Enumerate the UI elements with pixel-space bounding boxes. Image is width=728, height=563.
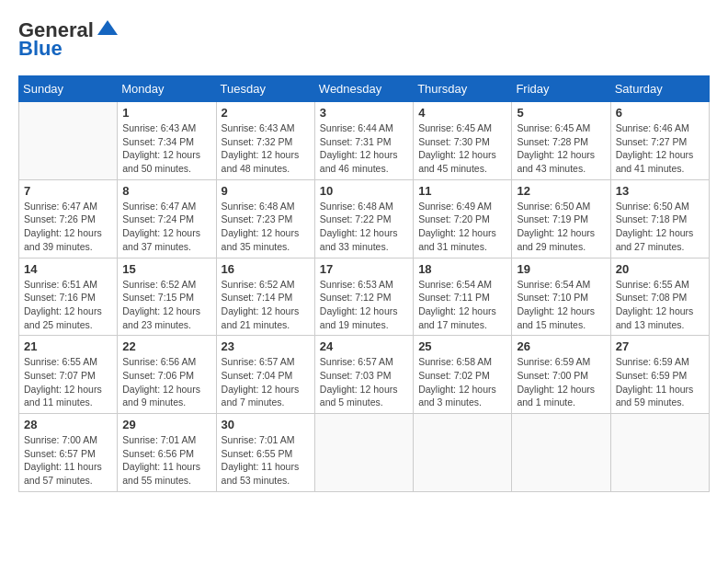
day-info: Sunrise: 6:47 AM Sunset: 7:26 PM Dayligh…: [24, 200, 112, 254]
day-number: 19: [517, 262, 605, 276]
calendar-cell: 25Sunrise: 6:58 AM Sunset: 7:02 PM Dayli…: [414, 336, 512, 414]
day-info: Sunrise: 6:56 AM Sunset: 7:06 PM Dayligh…: [122, 355, 210, 409]
day-info: Sunrise: 6:59 AM Sunset: 6:59 PM Dayligh…: [616, 355, 704, 409]
day-info: Sunrise: 6:59 AM Sunset: 7:00 PM Dayligh…: [517, 355, 605, 409]
weekday-header-saturday: Saturday: [610, 76, 709, 102]
day-number: 28: [24, 418, 112, 431]
calendar-cell: 2Sunrise: 6:43 AM Sunset: 7:32 PM Daylig…: [216, 102, 314, 180]
calendar-cell: 13Sunrise: 6:50 AM Sunset: 7:18 PM Dayli…: [610, 179, 709, 258]
weekday-header-thursday: Thursday: [414, 76, 512, 102]
calendar-cell: 4Sunrise: 6:45 AM Sunset: 7:30 PM Daylig…: [414, 102, 512, 180]
calendar-cell: [512, 414, 610, 492]
day-info: Sunrise: 6:57 AM Sunset: 7:03 PM Dayligh…: [320, 355, 408, 409]
weekday-header-sunday: Sunday: [19, 76, 118, 102]
calendar-cell: 3Sunrise: 6:44 AM Sunset: 7:31 PM Daylig…: [314, 102, 413, 180]
day-number: 17: [320, 262, 408, 276]
day-info: Sunrise: 6:48 AM Sunset: 7:22 PM Dayligh…: [320, 200, 408, 254]
day-number: 11: [418, 184, 506, 198]
day-info: Sunrise: 6:53 AM Sunset: 7:12 PM Dayligh…: [320, 278, 408, 332]
calendar-cell: 24Sunrise: 6:57 AM Sunset: 7:03 PM Dayli…: [314, 336, 413, 414]
calendar-cell: 22Sunrise: 6:56 AM Sunset: 7:06 PM Dayli…: [118, 336, 216, 414]
logo-blue: Blue: [18, 37, 63, 61]
calendar-cell: 29Sunrise: 7:01 AM Sunset: 6:56 PM Dayli…: [118, 414, 216, 492]
day-info: Sunrise: 6:54 AM Sunset: 7:11 PM Dayligh…: [418, 278, 506, 332]
day-info: Sunrise: 6:45 AM Sunset: 7:28 PM Dayligh…: [517, 121, 605, 176]
day-number: 15: [122, 262, 210, 276]
day-info: Sunrise: 6:57 AM Sunset: 7:04 PM Dayligh…: [222, 355, 310, 409]
calendar-cell: 6Sunrise: 6:46 AM Sunset: 7:27 PM Daylig…: [610, 102, 709, 180]
calendar-cell: 18Sunrise: 6:54 AM Sunset: 7:11 PM Dayli…: [414, 258, 512, 336]
calendar-cell: 11Sunrise: 6:49 AM Sunset: 7:20 PM Dayli…: [414, 179, 512, 258]
calendar-cell: 28Sunrise: 7:00 AM Sunset: 6:57 PM Dayli…: [19, 414, 118, 492]
day-number: 25: [418, 339, 506, 353]
calendar-cell: 1Sunrise: 6:43 AM Sunset: 7:34 PM Daylig…: [118, 102, 216, 180]
calendar: SundayMondayTuesdayWednesdayThursdayFrid…: [18, 75, 710, 492]
weekday-header-monday: Monday: [118, 76, 216, 102]
day-number: 22: [122, 339, 210, 353]
calendar-cell: [314, 414, 413, 492]
calendar-cell: 5Sunrise: 6:45 AM Sunset: 7:28 PM Daylig…: [512, 102, 610, 180]
calendar-cell: 16Sunrise: 6:52 AM Sunset: 7:14 PM Dayli…: [216, 258, 314, 336]
calendar-cell: 17Sunrise: 6:53 AM Sunset: 7:12 PM Dayli…: [314, 258, 413, 336]
weekday-header-friday: Friday: [512, 76, 610, 102]
day-info: Sunrise: 6:54 AM Sunset: 7:10 PM Dayligh…: [517, 278, 605, 332]
calendar-cell: 10Sunrise: 6:48 AM Sunset: 7:22 PM Dayli…: [314, 179, 413, 258]
day-number: 27: [616, 339, 704, 353]
day-number: 12: [517, 184, 605, 198]
day-number: 13: [616, 184, 704, 198]
day-info: Sunrise: 7:00 AM Sunset: 6:57 PM Dayligh…: [24, 433, 112, 488]
day-info: Sunrise: 6:45 AM Sunset: 7:30 PM Dayligh…: [418, 121, 506, 176]
day-number: 20: [616, 262, 704, 276]
weekday-header-wednesday: Wednesday: [314, 76, 413, 102]
day-info: Sunrise: 6:43 AM Sunset: 7:32 PM Dayligh…: [222, 121, 310, 176]
day-number: 29: [122, 418, 210, 431]
day-number: 3: [320, 106, 408, 120]
day-number: 9: [222, 184, 310, 198]
day-number: 30: [222, 418, 310, 431]
day-number: 24: [320, 339, 408, 353]
calendar-cell: 19Sunrise: 6:54 AM Sunset: 7:10 PM Dayli…: [512, 258, 610, 336]
day-info: Sunrise: 7:01 AM Sunset: 6:56 PM Dayligh…: [122, 433, 210, 488]
calendar-cell: 20Sunrise: 6:55 AM Sunset: 7:08 PM Dayli…: [610, 258, 709, 336]
day-number: 26: [517, 339, 605, 353]
day-info: Sunrise: 6:49 AM Sunset: 7:20 PM Dayligh…: [418, 200, 506, 254]
svg-marker-0: [97, 20, 118, 35]
day-info: Sunrise: 7:01 AM Sunset: 6:55 PM Dayligh…: [222, 433, 310, 488]
calendar-cell: 9Sunrise: 6:48 AM Sunset: 7:23 PM Daylig…: [216, 179, 314, 258]
calendar-cell: 27Sunrise: 6:59 AM Sunset: 6:59 PM Dayli…: [610, 336, 709, 414]
day-number: 23: [222, 339, 310, 353]
day-number: 4: [418, 106, 506, 120]
day-number: 1: [122, 106, 210, 120]
day-info: Sunrise: 6:50 AM Sunset: 7:18 PM Dayligh…: [616, 200, 704, 254]
day-number: 8: [122, 184, 210, 198]
day-number: 16: [222, 262, 310, 276]
calendar-cell: 26Sunrise: 6:59 AM Sunset: 7:00 PM Dayli…: [512, 336, 610, 414]
weekday-header-tuesday: Tuesday: [216, 76, 314, 102]
day-number: 6: [616, 106, 704, 120]
calendar-cell: 7Sunrise: 6:47 AM Sunset: 7:26 PM Daylig…: [19, 179, 118, 258]
day-info: Sunrise: 6:52 AM Sunset: 7:15 PM Dayligh…: [122, 278, 210, 332]
calendar-cell: [610, 414, 709, 492]
calendar-cell: 30Sunrise: 7:01 AM Sunset: 6:55 PM Dayli…: [216, 414, 314, 492]
calendar-cell: 12Sunrise: 6:50 AM Sunset: 7:19 PM Dayli…: [512, 179, 610, 258]
day-info: Sunrise: 6:52 AM Sunset: 7:14 PM Dayligh…: [222, 278, 310, 332]
day-number: 21: [24, 339, 112, 353]
day-info: Sunrise: 6:58 AM Sunset: 7:02 PM Dayligh…: [418, 355, 506, 409]
logo: General Blue: [18, 18, 118, 61]
calendar-cell: [414, 414, 512, 492]
day-number: 2: [222, 106, 310, 120]
calendar-cell: 23Sunrise: 6:57 AM Sunset: 7:04 PM Dayli…: [216, 336, 314, 414]
calendar-cell: [19, 102, 118, 180]
day-number: 5: [517, 106, 605, 120]
logo-icon: [97, 20, 118, 35]
day-number: 7: [24, 184, 112, 198]
day-number: 18: [418, 262, 506, 276]
calendar-cell: 14Sunrise: 6:51 AM Sunset: 7:16 PM Dayli…: [19, 258, 118, 336]
day-info: Sunrise: 6:47 AM Sunset: 7:24 PM Dayligh…: [122, 200, 210, 254]
day-info: Sunrise: 6:51 AM Sunset: 7:16 PM Dayligh…: [24, 278, 112, 332]
day-number: 14: [24, 262, 112, 276]
day-info: Sunrise: 6:44 AM Sunset: 7:31 PM Dayligh…: [320, 121, 408, 176]
calendar-cell: 21Sunrise: 6:55 AM Sunset: 7:07 PM Dayli…: [19, 336, 118, 414]
calendar-cell: 15Sunrise: 6:52 AM Sunset: 7:15 PM Dayli…: [118, 258, 216, 336]
calendar-cell: 8Sunrise: 6:47 AM Sunset: 7:24 PM Daylig…: [118, 179, 216, 258]
